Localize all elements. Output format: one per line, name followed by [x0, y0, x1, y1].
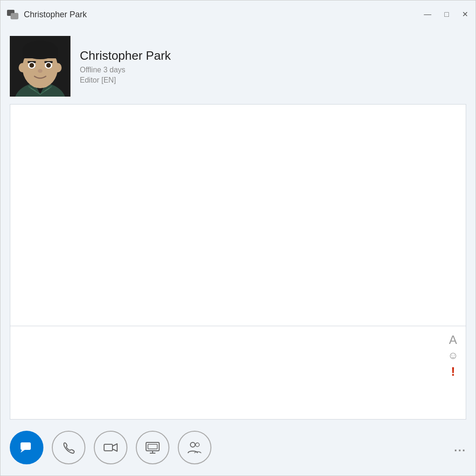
maximize-button[interactable]: □: [442, 10, 451, 19]
svg-point-31: [196, 443, 199, 447]
contact-role: Editor [EN]: [80, 76, 171, 84]
svg-point-14: [29, 63, 34, 68]
add-participants-button[interactable]: [178, 431, 211, 464]
close-button[interactable]: ✕: [460, 10, 470, 19]
avatar: [10, 36, 70, 97]
svg-rect-9: [22, 49, 58, 58]
svg-rect-23: [104, 444, 112, 451]
input-area[interactable]: A ☺ !: [10, 326, 466, 420]
contact-name: Christopher Park: [80, 49, 171, 63]
more-options-button[interactable]: ...: [454, 441, 466, 454]
svg-marker-24: [112, 444, 117, 451]
app-window: Christopher Park — □ ✕: [0, 0, 476, 476]
emoji-button[interactable]: ☺: [448, 350, 458, 361]
action-bar: ...: [0, 420, 476, 476]
svg-point-16: [38, 69, 42, 73]
svg-point-30: [190, 442, 195, 447]
minimize-button[interactable]: —: [422, 10, 433, 19]
app-icon: [6, 8, 19, 21]
contact-status: Offline 3 days: [80, 66, 171, 74]
svg-rect-1: [11, 13, 18, 19]
svg-point-18: [54, 63, 62, 72]
input-toolbar: A ☺ !: [448, 334, 458, 378]
title-bar: Christopher Park — □ ✕: [0, 0, 476, 28]
svg-rect-21: [21, 442, 31, 450]
window-controls: — □ ✕: [422, 10, 470, 19]
screen-share-button[interactable]: [136, 431, 169, 464]
svg-marker-22: [21, 450, 25, 453]
contact-header: Christopher Park Offline 3 days Editor […: [0, 28, 476, 104]
window-title: Christopher Park: [24, 10, 422, 20]
svg-point-15: [46, 63, 51, 68]
contact-info: Christopher Park Offline 3 days Editor […: [80, 49, 171, 84]
svg-point-17: [19, 63, 26, 72]
svg-rect-29: [148, 444, 157, 449]
urgent-button[interactable]: !: [451, 365, 455, 378]
call-button[interactable]: [52, 431, 85, 464]
message-area: [10, 104, 466, 326]
chat-button[interactable]: [10, 431, 43, 464]
video-button[interactable]: [94, 431, 127, 464]
font-button[interactable]: A: [449, 334, 457, 346]
